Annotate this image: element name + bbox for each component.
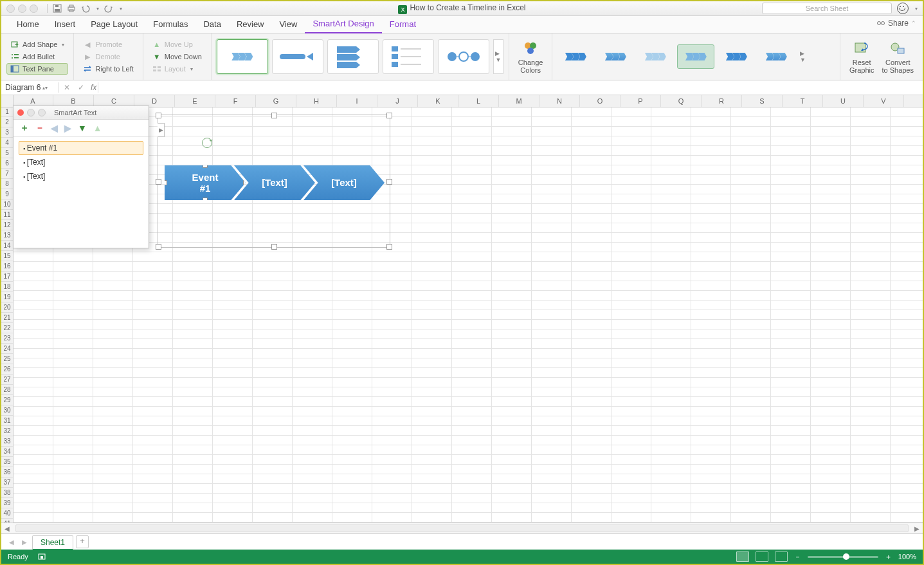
column-header[interactable]: M bbox=[499, 95, 539, 107]
smartart-shape-3[interactable]: [Text] bbox=[303, 165, 385, 200]
remove-item-icon[interactable]: － bbox=[35, 122, 44, 134]
style-option-6[interactable] bbox=[758, 45, 794, 68]
row-header[interactable]: 5 bbox=[1, 148, 13, 158]
text-pane-button[interactable]: Text Pane bbox=[6, 63, 68, 75]
row-header[interactable]: 26 bbox=[1, 364, 13, 375]
smartart-text-pane[interactable]: SmartArt Text ＋ － ◀ ▶ ▼ ▲ Event #1 [Text… bbox=[13, 106, 149, 248]
reset-graphic-button[interactable]: Reset Graphic bbox=[846, 38, 878, 75]
right-to-left-button[interactable]: Right to Left bbox=[79, 63, 137, 75]
row-header[interactable]: 33 bbox=[1, 436, 13, 447]
text-pane-titlebar[interactable]: SmartArt Text bbox=[14, 106, 149, 120]
row-header[interactable]: 39 bbox=[1, 498, 13, 508]
sheet-tab-1[interactable]: Sheet1 bbox=[32, 535, 73, 550]
zoom-icon[interactable] bbox=[38, 109, 46, 116]
column-header[interactable]: P bbox=[621, 95, 661, 107]
resize-handle-nw[interactable] bbox=[156, 113, 161, 118]
row-header[interactable]: 9 bbox=[1, 189, 13, 199]
zoom-window-icon[interactable] bbox=[30, 5, 38, 13]
row-header[interactable]: 21 bbox=[1, 313, 13, 323]
search-input[interactable]: Search Sheet bbox=[762, 3, 892, 14]
row-header[interactable]: 23 bbox=[1, 333, 13, 344]
resize-handle-se[interactable] bbox=[386, 244, 392, 250]
normal-view-icon[interactable] bbox=[736, 551, 749, 562]
zoom-out-button[interactable]: － bbox=[794, 552, 801, 562]
column-header[interactable]: T bbox=[783, 95, 823, 107]
zoom-in-button[interactable]: ＋ bbox=[885, 552, 892, 562]
row-header[interactable]: 22 bbox=[1, 323, 13, 333]
row-header[interactable]: 24 bbox=[1, 344, 13, 354]
styles-more-button[interactable]: ▶▼ bbox=[798, 45, 807, 68]
column-header[interactable]: I bbox=[337, 95, 377, 107]
smartart-shape-1[interactable]: Event #1 bbox=[165, 165, 246, 200]
resize-handle-n[interactable] bbox=[271, 113, 277, 118]
row-header[interactable]: 34 bbox=[1, 447, 13, 457]
style-option-5[interactable] bbox=[718, 45, 754, 68]
row-header[interactable]: 15 bbox=[1, 251, 13, 261]
tab-insert[interactable]: Insert bbox=[47, 16, 84, 33]
scroll-track[interactable] bbox=[15, 524, 909, 532]
zoom-thumb[interactable] bbox=[843, 553, 849, 560]
convert-to-shapes-button[interactable]: Convert to Shapes bbox=[878, 38, 918, 75]
column-header[interactable]: F bbox=[215, 95, 256, 107]
column-header[interactable]: L bbox=[458, 95, 499, 107]
row-header[interactable]: 41 bbox=[1, 519, 13, 523]
style-option-4[interactable] bbox=[677, 44, 714, 69]
zoom-slider[interactable] bbox=[808, 556, 878, 558]
row-header[interactable]: 3 bbox=[1, 127, 13, 138]
name-box[interactable]: Diagram 6▴▾ bbox=[1, 83, 57, 92]
column-header[interactable]: O bbox=[580, 95, 621, 107]
column-headers[interactable]: ABCDEFGHIJKLMNOPQRSTUV bbox=[13, 95, 923, 107]
row-header[interactable]: 38 bbox=[1, 488, 13, 498]
row-header[interactable]: 4 bbox=[1, 138, 13, 148]
row-header[interactable]: 1 bbox=[1, 107, 13, 117]
redo-dropdown-icon[interactable]: ▾ bbox=[120, 6, 122, 12]
rotate-handle[interactable] bbox=[202, 138, 212, 148]
row-header[interactable]: 7 bbox=[1, 169, 13, 179]
horizontal-scrollbar[interactable]: ◀ ▶ bbox=[1, 523, 923, 533]
select-all-corner[interactable] bbox=[1, 95, 14, 107]
text-pane-toggle-tab[interactable]: ▶ bbox=[158, 123, 165, 137]
layout-option-2[interactable] bbox=[272, 39, 323, 74]
row-header[interactable]: 32 bbox=[1, 426, 13, 436]
row-header[interactable]: 28 bbox=[1, 385, 13, 395]
cells-area[interactable]: ▶ Event #1 [Text] [Text] SmartArt Text bbox=[13, 107, 923, 523]
tab-view[interactable]: View bbox=[272, 16, 305, 33]
row-header[interactable]: 27 bbox=[1, 375, 13, 385]
row-header[interactable]: 29 bbox=[1, 395, 13, 405]
layout-option-1[interactable] bbox=[217, 39, 268, 74]
print-icon[interactable] bbox=[67, 4, 76, 13]
macro-record-icon[interactable] bbox=[37, 552, 46, 561]
text-pane-item-1[interactable]: Event #1 bbox=[19, 141, 143, 155]
text-pane-item-3[interactable]: [Text] bbox=[19, 169, 143, 183]
page-break-view-icon[interactable] bbox=[775, 551, 788, 562]
zoom-level[interactable]: 100% bbox=[898, 553, 916, 560]
add-sheet-button[interactable]: + bbox=[76, 535, 89, 548]
style-option-3[interactable] bbox=[637, 45, 673, 68]
column-header[interactable]: N bbox=[539, 95, 580, 107]
column-header[interactable]: H bbox=[296, 95, 337, 107]
scroll-left-icon[interactable]: ◀ bbox=[1, 525, 13, 532]
column-header[interactable]: U bbox=[823, 95, 864, 107]
cancel-formula-icon[interactable]: ✕ bbox=[60, 83, 74, 92]
row-header[interactable]: 6 bbox=[1, 158, 13, 169]
column-header[interactable]: E bbox=[175, 95, 215, 107]
tab-formulas[interactable]: Formulas bbox=[145, 16, 195, 33]
change-colors-button[interactable]: Change Colors bbox=[514, 38, 547, 75]
row-header[interactable]: 25 bbox=[1, 354, 13, 364]
redo-icon[interactable] bbox=[104, 4, 113, 13]
layouts-more-button[interactable]: ▶▼ bbox=[493, 39, 503, 74]
row-header[interactable]: 11 bbox=[1, 210, 13, 220]
add-shape-button[interactable]: +Add Shape▾ bbox=[6, 39, 68, 50]
worksheet-grid[interactable]: ABCDEFGHIJKLMNOPQRSTUV 12345678910111213… bbox=[1, 95, 923, 523]
save-icon[interactable] bbox=[53, 4, 62, 13]
resize-handle-sw[interactable] bbox=[156, 244, 161, 250]
row-header[interactable]: 8 bbox=[1, 179, 13, 189]
resize-handle-e[interactable] bbox=[386, 179, 392, 185]
row-header[interactable]: 30 bbox=[1, 405, 13, 416]
row-header[interactable]: 14 bbox=[1, 241, 13, 251]
ribbon-collapse-icon[interactable]: ⌃ bbox=[911, 20, 916, 26]
close-icon[interactable] bbox=[17, 109, 24, 116]
row-header[interactable]: 10 bbox=[1, 199, 13, 210]
row-header[interactable]: 31 bbox=[1, 416, 13, 426]
tab-smartart-design[interactable]: SmartArt Design bbox=[305, 15, 381, 33]
